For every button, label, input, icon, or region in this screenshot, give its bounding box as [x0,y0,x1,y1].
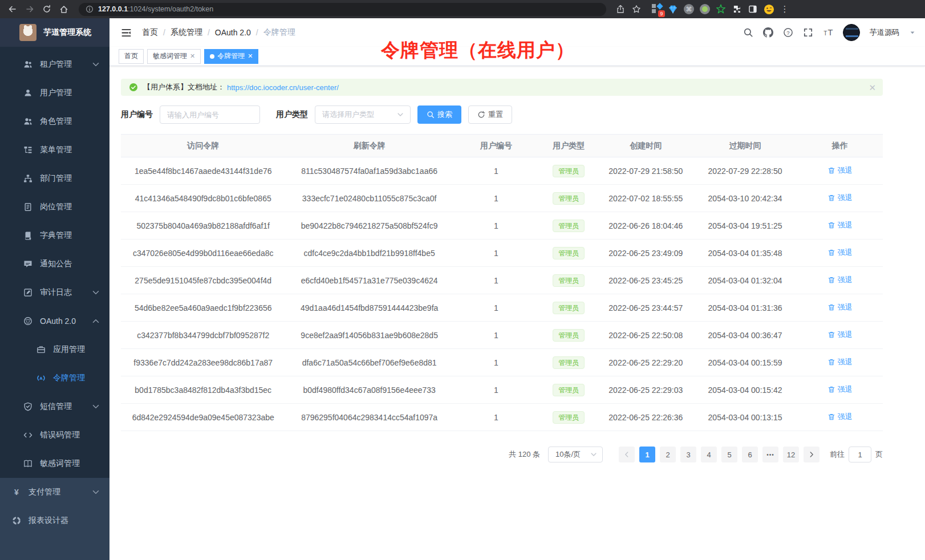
user-type-badge: 管理员 [553,356,585,369]
sidebar-item-user[interactable]: 用户管理 [0,79,109,107]
username[interactable]: 芋道源码 [870,27,899,38]
url-text: 127.0.0.1:1024/system/oauth2/token [98,5,213,13]
tab-sensitive[interactable]: 敏感词管理✕ [147,49,201,64]
browser-home-button[interactable] [57,2,71,16]
tab-home[interactable]: 首页 [119,49,144,64]
tenant-icon [23,60,33,69]
search-button[interactable]: 搜索 [417,105,461,124]
sms-icon [23,402,33,411]
force-logout-button[interactable]: 强退 [827,247,853,258]
goto-page-input[interactable] [849,447,871,462]
github-icon[interactable] [763,27,773,38]
extensions-puzzle-icon[interactable] [731,3,743,15]
sidebar-item-oauth-app[interactable]: 应用管理 [0,335,109,364]
force-logout-button[interactable]: 强退 [827,220,853,230]
table-row: c347026e805e4d99b0d116eae66eda8ccdfc4ce9… [121,240,883,267]
alert-close-icon[interactable]: ✕ [869,83,876,92]
user-id-input[interactable] [160,105,260,124]
force-logout-button[interactable]: 强退 [827,412,853,422]
bookmark-star-icon[interactable] [630,3,643,15]
close-icon[interactable]: ✕ [190,52,195,60]
sidebar-item-report[interactable]: 报表设计器 [0,506,109,535]
reset-button[interactable]: 重置 [468,105,512,124]
share-icon[interactable] [614,3,627,15]
sidebar-item-menu[interactable]: 菜单管理 [0,136,109,164]
sidebar-item-oauth-token[interactable]: 令牌管理 [0,364,109,392]
browser-forward-button[interactable] [23,2,36,16]
sidebar-item-oauth[interactable]: OAuth 2.0 [0,307,109,335]
breadcrumb: 首页 / 系统管理 / OAuth 2.0 / 令牌管理 [142,27,295,38]
sidebar-collapse-icon[interactable] [119,25,134,40]
force-logout-button[interactable]: 强退 [827,275,853,285]
breadcrumb-system[interactable]: 系统管理 [171,27,202,38]
token-icon [36,374,46,383]
extension-grid-icon[interactable]: 9 [651,3,663,15]
page-button-3[interactable]: 3 [680,447,696,462]
table-row: c342377bf8b344799dcbf7bf095287f29ce8ef2a… [121,322,883,349]
more-pages-button[interactable]: ••• [762,447,778,462]
user-type-select[interactable]: 请选择用户类型 [315,105,411,124]
post-icon [23,202,33,212]
success-check-icon [129,83,138,92]
force-logout-button[interactable]: 强退 [827,357,853,367]
sidebar-item-sensitive[interactable]: 敏感词管理 [0,449,109,478]
address-bar[interactable]: 127.0.0.1:1024/system/oauth2/token [79,3,606,16]
sidebar-item-errcode[interactable]: 错误码管理 [0,421,109,449]
close-icon[interactable]: ✕ [248,52,253,60]
col-user-id: 用户编号 [453,135,539,157]
sidebar-item-role[interactable]: 角色管理 [0,107,109,136]
breadcrumb-oauth[interactable]: OAuth 2.0 [215,28,251,37]
user-type-badge: 管理员 [553,247,585,259]
browser-menu-icon[interactable]: ⋮ [778,3,791,15]
browser-toolbar: 127.0.0.1:1024/system/oauth2/token 9 ⌘ ⋮ [0,0,925,18]
next-page-button[interactable] [804,447,819,462]
force-logout-button[interactable]: 强退 [827,302,853,313]
sidebar-item-dept[interactable]: 部门管理 [0,164,109,193]
page-button-2[interactable]: 2 [660,447,676,462]
tab-token[interactable]: 令牌管理✕ [204,49,258,64]
chevron-down-icon [91,60,100,69]
header-search-icon[interactable] [743,27,753,38]
force-logout-button[interactable]: 强退 [827,165,853,176]
sidebar-item-notice[interactable]: 通知公告 [0,250,109,278]
font-size-icon[interactable] [823,27,833,38]
page-button-1[interactable]: 1 [639,447,655,462]
recorder-extension-icon[interactable] [699,3,711,15]
page-button-6[interactable]: 6 [742,447,758,462]
page-button-12[interactable]: 12 [783,447,799,462]
force-logout-button[interactable]: 强退 [827,193,853,203]
fullscreen-icon[interactable] [803,27,813,38]
user-avatar[interactable] [843,24,860,41]
sidebar-item-post[interactable]: 岗位管理 [0,193,109,221]
page-size-select[interactable]: 10条/页 [548,447,603,462]
command-extension-icon[interactable]: ⌘ [683,3,695,15]
page-content: 【用户体系】文档地址： https://doc.iocoder.cn/user-… [109,66,925,462]
col-refresh-token: 刷新令牌 [285,135,453,157]
prev-page-button[interactable] [619,447,635,462]
gem-extension-icon[interactable] [667,3,679,15]
breadcrumb-current: 令牌管理 [263,27,295,38]
help-icon[interactable] [783,27,793,38]
total-count: 共 120 条 [509,449,540,460]
sidebar-item-tenant[interactable]: 租户管理 [0,50,109,79]
browser-reload-button[interactable] [40,2,54,16]
force-logout-button[interactable]: 强退 [827,330,853,340]
profile-avatar-icon[interactable] [762,3,775,15]
side-panel-icon[interactable] [747,3,759,15]
alert-text: 【用户体系】文档地址： [143,82,225,92]
page-button-4[interactable]: 4 [701,447,717,462]
force-logout-button[interactable]: 强退 [827,384,853,395]
col-expire-time: 过期时间 [693,135,797,157]
sidebar-item-audit[interactable]: 审计日志 [0,278,109,307]
star-extension-icon[interactable] [715,3,727,15]
breadcrumb-home[interactable]: 首页 [142,27,158,38]
sidebar-item-dict[interactable]: 字典管理 [0,221,109,250]
user-id-label: 用户编号 [121,109,153,120]
sidebar-item-sms[interactable]: 短信管理 [0,392,109,421]
sidebar-item-pay[interactable]: 支付管理 [0,478,109,506]
table-row: f9336e7c7dd242a283ee98dc86b17a87dfa6c71a… [121,349,883,376]
doc-link[interactable]: https://doc.iocoder.cn/user-center/ [227,83,339,92]
browser-back-button[interactable] [6,2,19,16]
site-info-icon[interactable] [86,5,94,13]
page-button-5[interactable]: 5 [721,447,737,462]
